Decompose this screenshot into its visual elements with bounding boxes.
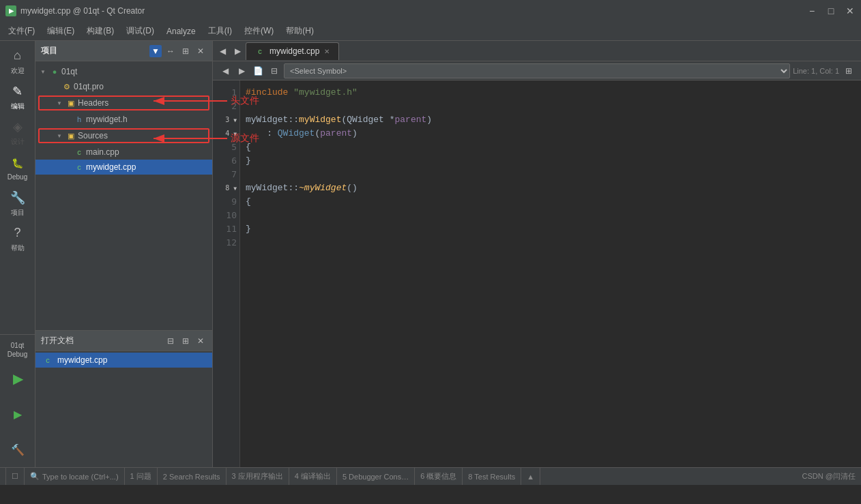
- nav-forward-btn[interactable]: ▶: [235, 64, 248, 78]
- line-num-4: 4 ▼: [216, 127, 237, 140]
- tab-close-button[interactable]: ✕: [322, 46, 332, 56]
- menu-analyze[interactable]: Analyze: [161, 25, 201, 38]
- symbol-select[interactable]: <Select Symbol>: [284, 63, 790, 78]
- menu-tools[interactable]: 工具(I): [203, 24, 237, 38]
- menu-edit[interactable]: 编辑(E): [42, 24, 80, 38]
- run-config-label: 01qt: [11, 342, 24, 349]
- status-item-arrow-up[interactable]: ▲: [521, 468, 540, 485]
- app-icon: ▶: [5, 5, 16, 16]
- open-docs-actions: ⊟ ⊞ ✕: [164, 335, 207, 347]
- tree-item-01qt-pro[interactable]: ⚙ 01qt.pro: [35, 79, 212, 94]
- open-docs-expand-btn[interactable]: ⊞: [179, 335, 192, 347]
- tree-item-mywidget-cpp[interactable]: c mywidget.cpp: [35, 160, 212, 175]
- sidebar-item-projects[interactable]: 🔧 项目: [0, 186, 35, 221]
- empty-arrow-main: [63, 147, 72, 157]
- tree-item-mywidget-h[interactable]: h mywidget.h: [35, 112, 212, 127]
- minimize-button[interactable]: −: [806, 5, 817, 16]
- run-config-sub-label: Debug: [8, 351, 27, 358]
- code-line-3: myWidget::myWidget(QWidget *parent): [246, 113, 856, 127]
- maximize-button[interactable]: □: [826, 5, 836, 16]
- open-docs-close-btn[interactable]: ✕: [194, 335, 207, 347]
- sidebar-item-edit[interactable]: ✎ 编辑: [0, 79, 35, 115]
- status-item-5-debugger[interactable]: 5 Debugger Cons…: [337, 468, 415, 485]
- run-debug-icon: ▶: [10, 406, 26, 422]
- nav-back-btn[interactable]: ◀: [218, 64, 232, 78]
- expand-arrow-headers[interactable]: ▼: [55, 98, 64, 108]
- line-num-3: 3 ▼: [216, 113, 237, 127]
- status-item-8-tests[interactable]: 8 Test Results: [463, 468, 521, 485]
- tree-item-main-cpp-label: main.cpp: [86, 147, 119, 157]
- expand-button[interactable]: ⊞: [179, 45, 192, 57]
- status-item-4-compile[interactable]: 4 编译输出: [289, 468, 337, 485]
- status-item-3-app-output[interactable]: 3 应用程序输出: [227, 468, 289, 485]
- code-editor[interactable]: 1 2 3 ▼ 4 ▼ 5 6 7 8 ▼ 9 10 11 12 #includ…: [213, 80, 861, 467]
- expand-arrow-sources[interactable]: ▼: [55, 131, 64, 140]
- sidebar-item-debug[interactable]: 🐛 Debug: [0, 150, 35, 186]
- sidebar-item-design[interactable]: ◈ 设计: [0, 115, 35, 150]
- debug-icon: 🐛: [10, 155, 26, 171]
- open-docs-list: c mywidget.cpp: [35, 351, 212, 467]
- line-col-display: Line: 1, Col: 1: [793, 67, 839, 75]
- tree-item-pro-label: 01qt.pro: [74, 82, 104, 91]
- open-docs-panel: 打开文档 ⊟ ⊞ ✕ c mywidget.cpp: [35, 331, 212, 467]
- project-title-label: 项目: [41, 45, 57, 57]
- editor-settings-btn[interactable]: ⊞: [842, 64, 856, 78]
- status-item-2-search[interactable]: 2 Search Results: [158, 468, 227, 485]
- build-icon: 🔨: [10, 441, 26, 458]
- menu-help[interactable]: 帮助(H): [280, 24, 319, 38]
- filter-button[interactable]: ▼: [149, 45, 162, 57]
- sync-button[interactable]: ↔: [164, 45, 177, 57]
- close-button[interactable]: ✕: [845, 5, 856, 16]
- status-2-search-label: 2 Search Results: [163, 473, 220, 481]
- code-content[interactable]: #include "mywidget.h" myWidget::myWidget…: [240, 80, 861, 467]
- run-button[interactable]: ▶: [0, 361, 35, 396]
- status-item-1-issues[interactable]: 1 问题: [125, 468, 158, 485]
- project-header-actions: ▼ ↔ ⊞ ✕: [149, 45, 207, 57]
- open-docs-split-btn[interactable]: ⊟: [164, 335, 177, 347]
- open-doc-mywidget-cpp[interactable]: c mywidget.cpp: [35, 353, 212, 368]
- menu-controls[interactable]: 控件(W): [239, 24, 279, 38]
- titlebar-controls: − □ ✕: [806, 5, 856, 16]
- main-area: ⌂ 欢迎 ✎ 编辑 ◈ 设计 🐛 Debug 🔧 项目 ? 帮助 01qt De…: [0, 41, 861, 467]
- sidebar-item-debug-label: Debug: [8, 173, 27, 181]
- headers-folder-icon: ▣: [65, 98, 76, 108]
- tab-nav-back[interactable]: ◀: [216, 44, 229, 58]
- tab-nav-forward[interactable]: ▶: [231, 44, 244, 58]
- tree-item-sources[interactable]: ▼ ▣ Sources: [38, 128, 209, 143]
- open-docs-header: 打开文档 ⊟ ⊞ ✕: [35, 331, 212, 351]
- run-debug-button[interactable]: ▶: [0, 396, 35, 432]
- expand-arrow-01qt[interactable]: ▼: [38, 67, 48, 76]
- code-line-7: [246, 168, 856, 181]
- tree-item-headers[interactable]: ▼ ▣ Headers: [38, 95, 209, 110]
- run-icon: ▶: [10, 370, 26, 387]
- tree-item-01qt[interactable]: ▼ ● 01qt: [35, 64, 212, 79]
- project-file-icon: ●: [49, 66, 60, 77]
- editor-area: ◀ ▶ c mywidget.cpp ✕ ◀ ▶ 📄 ⊟ <Select Sym…: [213, 41, 861, 467]
- menu-debug[interactable]: 调试(D): [121, 24, 160, 38]
- tab-mywidget-cpp[interactable]: c mywidget.cpp ✕: [246, 42, 339, 60]
- sidebar-item-help-label: 帮助: [11, 243, 25, 253]
- menu-file[interactable]: 文件(F): [3, 24, 40, 38]
- empty-arrow-pro: [50, 82, 60, 91]
- tree-item-main-cpp[interactable]: c main.cpp: [35, 145, 212, 160]
- pro-file-icon: ⚙: [61, 81, 72, 92]
- sidebar-item-help[interactable]: ? 帮助: [0, 221, 35, 256]
- tree-item-mywidget-h-label: mywidget.h: [86, 115, 128, 124]
- sidebar-item-design-label: 设计: [11, 137, 25, 147]
- sidebar-item-welcome[interactable]: ⌂ 欢迎: [0, 44, 35, 79]
- sources-folder-icon: ▣: [65, 130, 76, 141]
- nav-split-btn[interactable]: ⊟: [267, 64, 281, 78]
- line-num-6: 6: [216, 154, 237, 168]
- sources-row-wrapper: ▼ ▣ Sources: [35, 128, 212, 143]
- app-icon-symbol: ▶: [9, 8, 14, 14]
- menu-build[interactable]: 构建(B): [81, 24, 119, 38]
- edit-icon: ✎: [10, 83, 26, 100]
- status-item-6-overview[interactable]: 6 概要信息: [415, 468, 463, 485]
- status-item-locate[interactable]: 🔍 Type to locate (Ctrl+...): [25, 468, 125, 485]
- status-item-checkbox[interactable]: ☐: [5, 468, 25, 485]
- close-panel-button[interactable]: ✕: [194, 45, 207, 57]
- nav-file-btn[interactable]: 📄: [251, 64, 265, 78]
- build-button[interactable]: 🔨: [0, 432, 35, 467]
- code-line-4: : QWidget(parent): [246, 127, 856, 140]
- welcome-icon: ⌂: [10, 48, 26, 64]
